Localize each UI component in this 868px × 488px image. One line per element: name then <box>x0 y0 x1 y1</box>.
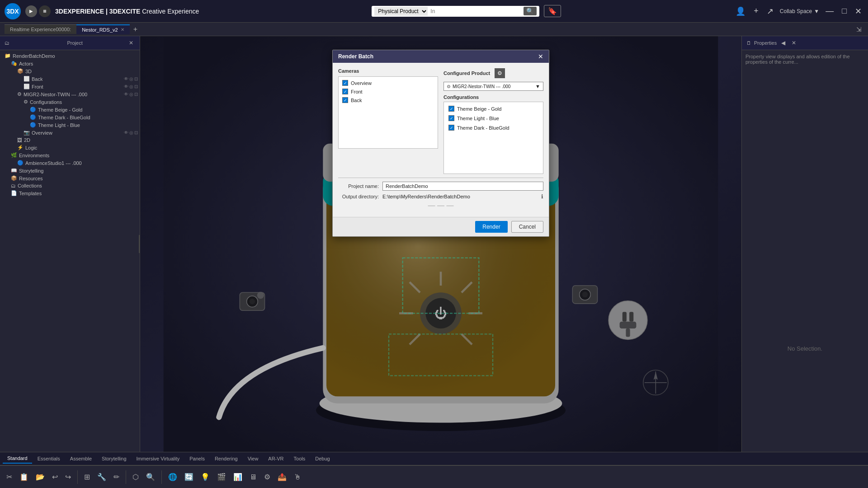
camera-back-checkbox[interactable]: ✓ <box>342 97 348 103</box>
output-info-icon[interactable]: ℹ <box>541 193 543 200</box>
tool-button-20[interactable]: 📤 <box>275 471 289 483</box>
config-beige-gold-checkbox[interactable]: ✓ <box>448 106 454 112</box>
minimize-btn[interactable]: — <box>824 5 835 18</box>
play-btn[interactable]: ▶ <box>25 5 37 17</box>
show-icon[interactable]: ◎ <box>129 92 133 97</box>
lock-icon[interactable]: ⊡ <box>134 130 138 135</box>
lock-icon[interactable]: ⊡ <box>134 76 138 81</box>
bottom-tab-immersive-virtuality[interactable]: Immersive Virtuality <box>132 454 184 463</box>
eye-icon[interactable]: 👁 <box>124 92 128 97</box>
camera-back[interactable]: ✓ Back <box>340 96 436 104</box>
tree-item[interactable]: 📄Templates <box>0 189 140 197</box>
tool-button-2[interactable]: 📂 <box>33 471 47 483</box>
tree-item[interactable]: 📦3D <box>0 67 140 75</box>
tool-button-19[interactable]: ⚙ <box>261 471 273 483</box>
camera-front[interactable]: ✓ Front <box>340 87 436 96</box>
tool-button-6[interactable]: ⊞ <box>81 471 93 483</box>
bottom-tab-storytelling[interactable]: Storytelling <box>97 454 131 463</box>
bottom-tab-ar-vr[interactable]: AR-VR <box>264 454 288 463</box>
tree-item[interactable]: 🔵Theme Dark - BlueGold <box>0 113 140 121</box>
config-light-blue[interactable]: ✓ Theme Light - Blue <box>446 113 541 123</box>
project-name-input[interactable] <box>382 182 543 191</box>
tool-button-16[interactable]: 🎬 <box>214 471 229 483</box>
camera-overview-checkbox[interactable]: ✓ <box>342 80 348 86</box>
tree-item[interactable]: ⚙Configurations <box>0 98 140 106</box>
show-icon[interactable]: ◎ <box>129 130 133 135</box>
cancel-button[interactable]: Cancel <box>511 221 543 233</box>
collab-space-button[interactable]: Collab Space ▼ <box>780 8 819 14</box>
tab-add-button[interactable]: + <box>130 25 141 33</box>
tree-item[interactable]: ⬜Back👁◎⊡ <box>0 75 140 83</box>
tool-button-15[interactable]: 💡 <box>198 471 212 483</box>
config-dark-bluegold-checkbox[interactable]: ✓ <box>448 125 454 131</box>
eye-icon[interactable]: 👁 <box>124 84 128 89</box>
search-button[interactable]: 🔍 <box>524 7 537 15</box>
lock-icon[interactable]: ⊡ <box>134 84 138 89</box>
tree-item[interactable]: 🔵AmbienceStudio1 --- .000 <box>0 159 140 167</box>
tool-button-13[interactable]: 🌐 <box>165 471 180 483</box>
tree-item[interactable]: 🖼2D <box>0 136 140 144</box>
tool-button-3[interactable]: ↩ <box>49 471 61 483</box>
tool-button-0[interactable]: ✂ <box>4 471 15 483</box>
bookmark-button[interactable]: 🔖 <box>544 5 561 17</box>
configured-product-dropdown[interactable]: ⚙ MIGR2-Nestor-TWIN --- .000 ▼ <box>443 82 543 91</box>
user-icon-btn[interactable]: 👤 <box>734 5 747 18</box>
close-btn[interactable]: ✕ <box>853 5 863 18</box>
camera-overview[interactable]: ✓ Overview <box>340 79 436 87</box>
tool-button-7[interactable]: 🔧 <box>94 471 109 483</box>
eye-icon[interactable]: 👁 <box>124 130 128 135</box>
bottom-tab-essentials[interactable]: Essentials <box>33 454 65 463</box>
right-panel-collapse-btn[interactable]: ◀ <box>779 39 787 47</box>
config-dark-bluegold[interactable]: ✓ Theme Dark - BlueGold <box>446 123 541 132</box>
tab-nestor[interactable]: Nestor_RDS_v2 ✕ <box>76 24 129 34</box>
share-icon-btn[interactable]: ↗ <box>765 5 775 18</box>
show-icon[interactable]: ◎ <box>129 76 133 81</box>
bottom-tab-view[interactable]: View <box>243 454 263 463</box>
search-input[interactable] <box>430 8 521 14</box>
render-button[interactable]: Render <box>475 221 507 233</box>
tree-item[interactable]: 📷Overview👁◎⊡ <box>0 129 140 136</box>
tree-item[interactable]: 🗂Collections <box>0 182 140 189</box>
bottom-tab-panels[interactable]: Panels <box>185 454 209 463</box>
config-light-blue-checkbox[interactable]: ✓ <box>448 115 454 121</box>
config-beige-gold[interactable]: ✓ Theme Beige - Gold <box>446 104 541 113</box>
tool-button-21[interactable]: 🖱 <box>291 471 304 483</box>
tree-item[interactable]: ⚡Logic <box>0 144 140 151</box>
bottom-tab-rendering[interactable]: Rendering <box>210 454 242 463</box>
maximize-btn[interactable]: □ <box>840 5 849 18</box>
tree-item[interactable]: 📦Resources <box>0 174 140 182</box>
tool-button-10[interactable]: ⬡ <box>130 471 142 483</box>
tool-button-8[interactable]: ✏ <box>111 471 122 483</box>
lock-icon[interactable]: ⊡ <box>134 92 138 97</box>
bottom-tab-assemble[interactable]: Assemble <box>66 454 96 463</box>
add-icon-btn[interactable]: + <box>752 5 760 18</box>
bottom-tab-debug[interactable]: Debug <box>311 454 334 463</box>
tree-item[interactable]: 🔵Theme Beige - Gold <box>0 106 140 113</box>
tool-button-18[interactable]: 🖥 <box>247 471 259 483</box>
right-panel-close-btn[interactable]: ✕ <box>790 39 798 47</box>
config-settings-button[interactable]: ⚙ <box>495 68 505 78</box>
tool-button-4[interactable]: ↪ <box>62 471 74 483</box>
tree-item[interactable]: ⚙MIGR2-Nestor-TWIN --- .000👁◎⊡ <box>0 90 140 98</box>
tool-button-11[interactable]: 🔍 <box>143 471 158 483</box>
tree-item[interactable]: ⬜Front👁◎⊡ <box>0 83 140 90</box>
tab-nestor-close[interactable]: ✕ <box>121 27 124 32</box>
show-icon[interactable]: ◎ <box>129 84 133 89</box>
tree-item[interactable]: 📖Storytelling <box>0 167 140 174</box>
dialog-close-button[interactable]: ✕ <box>538 53 543 60</box>
tool-button-17[interactable]: 📊 <box>231 471 245 483</box>
tool-button-1[interactable]: 📋 <box>17 471 31 483</box>
tree-item[interactable]: 🌿Environments <box>0 151 140 159</box>
tree-item[interactable]: 🎭Actors <box>0 60 140 67</box>
tab-realtime[interactable]: Realtime Experience00000: <box>5 24 76 34</box>
camera-front-checkbox[interactable]: ✓ <box>342 89 348 94</box>
tree-item[interactable]: 🔵Theme Light - Blue <box>0 121 140 129</box>
eye-icon[interactable]: 👁 <box>124 76 128 81</box>
tree-item[interactable]: 📁RenderBatchDemo <box>0 52 140 60</box>
bottom-tab-standard[interactable]: Standard <box>3 454 32 464</box>
stop-btn[interactable]: ⏹ <box>39 5 51 17</box>
search-type-select[interactable]: Physical Product <box>374 7 428 16</box>
tool-button-14[interactable]: 🔄 <box>182 471 196 483</box>
panel-close-btn[interactable]: ✕ <box>127 39 135 47</box>
expand-btn[interactable]: ⇲ <box>854 25 863 34</box>
